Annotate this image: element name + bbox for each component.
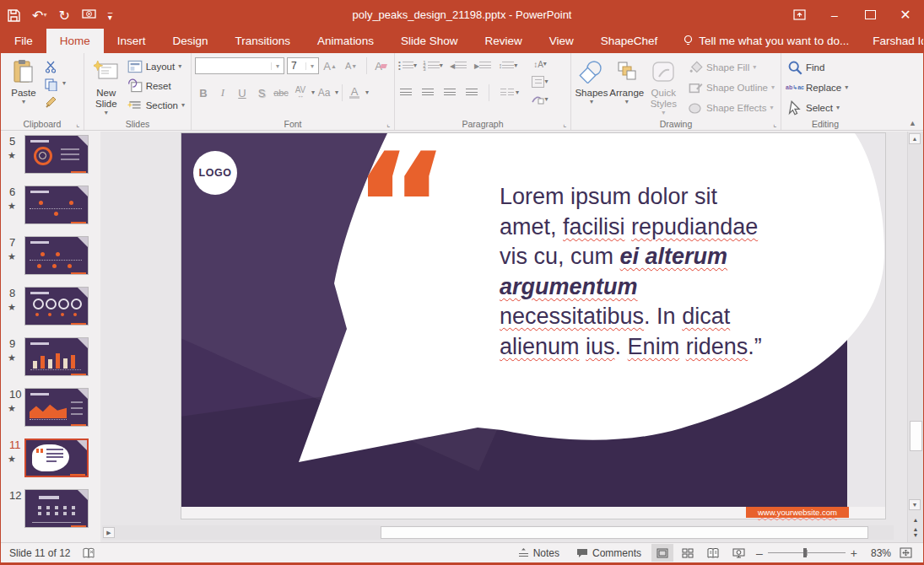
zoom-out-icon[interactable]: – bbox=[756, 546, 763, 560]
user-account[interactable]: Farshad Iqbal bbox=[861, 29, 924, 53]
notes-button[interactable]: Notes bbox=[511, 543, 566, 562]
slide-thumbnail-10[interactable]: 10★ bbox=[4, 388, 97, 428]
arrange-button[interactable]: Arrange▾ bbox=[608, 56, 646, 118]
convert-smartart-icon[interactable]: ▾ bbox=[527, 92, 553, 107]
slide-11[interactable]: LOGO “ Lorem ipsum dolor sitamet, facili… bbox=[181, 133, 885, 519]
select-button[interactable]: Select▾ bbox=[785, 99, 866, 117]
reset-button[interactable]: Reset bbox=[125, 77, 187, 95]
website-banner[interactable]: www.yourwebsite.com bbox=[746, 507, 849, 518]
horizontal-scrollbar[interactable]: ◀ ▶ bbox=[102, 525, 894, 540]
replace-button[interactable]: ab↳ac Replace▾ bbox=[785, 78, 866, 97]
tell-me-box[interactable]: Tell me what you want to do... bbox=[671, 29, 861, 53]
grow-font-icon[interactable]: A▲ bbox=[322, 57, 338, 74]
next-slide-button[interactable]: ▼▼ bbox=[910, 530, 921, 541]
qat-customize-icon[interactable]: –▾ bbox=[108, 10, 113, 20]
clipboard-dialog-launcher[interactable]: ⌞ bbox=[73, 120, 82, 128]
slide-counter[interactable]: Slide 11 of 12 bbox=[9, 547, 71, 559]
tab-home[interactable]: Home bbox=[46, 29, 104, 53]
bullets-icon[interactable]: •••▾ bbox=[398, 58, 417, 73]
slide-thumbnail-7[interactable]: 7★ bbox=[4, 236, 97, 277]
cut-icon[interactable] bbox=[43, 59, 58, 74]
bold-button[interactable]: B bbox=[195, 84, 212, 101]
shrink-font-icon[interactable]: A▼ bbox=[343, 57, 359, 74]
tab-transitions[interactable]: Transitions bbox=[222, 29, 305, 53]
new-slide-button[interactable]: New Slide▾ bbox=[88, 56, 125, 118]
scroll-up-icon[interactable]: ▲ bbox=[909, 133, 921, 144]
font-size-combo[interactable]: 7▾ bbox=[287, 57, 319, 74]
vertical-scroll-thumb[interactable] bbox=[910, 421, 922, 451]
logo-badge[interactable]: LOGO bbox=[193, 151, 237, 195]
horizontal-scroll-thumb[interactable] bbox=[381, 526, 868, 539]
font-name-combo[interactable]: ▾ bbox=[195, 57, 284, 74]
text-shadow-button[interactable]: S bbox=[253, 84, 270, 101]
section-button[interactable]: Section▾ bbox=[125, 96, 187, 115]
align-right-icon[interactable] bbox=[442, 85, 457, 100]
numbering-icon[interactable]: 123▾ bbox=[423, 58, 443, 73]
normal-view-button[interactable] bbox=[651, 544, 673, 562]
align-left-icon[interactable] bbox=[398, 85, 413, 100]
shape-outline-button[interactable]: Shape Outline▾ bbox=[685, 78, 777, 97]
comments-button[interactable]: Comments bbox=[570, 543, 648, 562]
italic-button[interactable]: I bbox=[214, 84, 231, 101]
columns-icon[interactable]: ▾ bbox=[499, 85, 521, 100]
underline-button[interactable]: U bbox=[234, 84, 251, 101]
ribbon-display-options-icon[interactable] bbox=[781, 1, 817, 29]
text-direction-icon[interactable]: ↕A▾ bbox=[527, 56, 553, 72]
zoom-level[interactable]: 83% bbox=[864, 547, 891, 559]
vertical-scrollbar[interactable]: ▲ ▼ ▲▲ ▼▼ bbox=[907, 132, 923, 545]
close-button[interactable]: ✕ bbox=[888, 1, 923, 29]
increase-indent-icon[interactable]: ▶ bbox=[473, 58, 492, 73]
quick-styles-button[interactable]: Quick Styles▾ bbox=[646, 56, 683, 118]
slideshow-view-button[interactable] bbox=[727, 544, 749, 562]
slide-thumbnail-9[interactable]: 9★ bbox=[4, 337, 97, 378]
tab-slide-show[interactable]: Slide Show bbox=[387, 29, 472, 53]
format-painter-icon[interactable] bbox=[43, 94, 58, 110]
zoom-in-icon[interactable]: + bbox=[851, 546, 857, 560]
tab-animations[interactable]: Animations bbox=[304, 29, 387, 53]
align-center-icon[interactable] bbox=[420, 85, 435, 100]
slide-thumbnail-8[interactable]: 8★ bbox=[4, 287, 97, 327]
redo-icon[interactable]: ↻ bbox=[58, 8, 69, 24]
paragraph-dialog-launcher[interactable]: ⌞ bbox=[560, 120, 569, 128]
font-dialog-launcher[interactable]: ⌞ bbox=[384, 120, 392, 128]
slide-thumbnail-6[interactable]: 6★ bbox=[4, 186, 97, 226]
maximize-button[interactable] bbox=[852, 1, 888, 29]
quote-mark[interactable]: “ bbox=[353, 157, 450, 258]
character-spacing-button[interactable]: AV↔ bbox=[292, 84, 309, 101]
tab-insert[interactable]: Insert bbox=[104, 29, 159, 53]
undo-icon[interactable]: ↶▾ bbox=[32, 8, 46, 24]
tab-design[interactable]: Design bbox=[159, 29, 222, 53]
find-button[interactable]: Find bbox=[785, 58, 866, 77]
quote-text[interactable]: Lorem ipsum dolor sitamet, facilisi repu… bbox=[500, 182, 803, 362]
line-spacing-icon[interactable]: ↕▾ bbox=[498, 58, 518, 73]
tab-view[interactable]: View bbox=[536, 29, 587, 53]
strikethrough-button[interactable]: abc bbox=[273, 84, 289, 101]
drawing-dialog-launcher[interactable]: ⌞ bbox=[770, 120, 779, 128]
scroll-right-icon[interactable]: ▶ bbox=[103, 527, 115, 538]
change-case-button[interactable]: Aa bbox=[316, 84, 332, 101]
align-text-icon[interactable]: ▾ bbox=[527, 74, 553, 89]
slide-sorter-view-button[interactable] bbox=[677, 544, 699, 562]
clear-formatting-icon[interactable]: A bbox=[372, 57, 389, 74]
fit-to-window-icon[interactable] bbox=[894, 544, 916, 562]
tab-review[interactable]: Review bbox=[471, 29, 535, 53]
shape-effects-button[interactable]: Shape Effects▾ bbox=[685, 99, 777, 117]
minimize-button[interactable]: – bbox=[817, 1, 852, 29]
slide-thumbnail-12[interactable]: 12 bbox=[4, 489, 97, 530]
save-icon[interactable] bbox=[8, 9, 20, 22]
previous-slide-button[interactable]: ▲▲ bbox=[910, 515, 921, 525]
font-color-button[interactable]: A bbox=[346, 84, 363, 101]
layout-button[interactable]: Layout▾ bbox=[125, 57, 187, 76]
start-slideshow-icon[interactable] bbox=[82, 9, 96, 21]
reading-view-button[interactable] bbox=[702, 544, 724, 562]
slide-thumbnail-11[interactable]: 11★ bbox=[4, 439, 97, 479]
shapes-button[interactable]: Shapes▾ bbox=[575, 56, 608, 118]
paste-button[interactable]: Paste▾ bbox=[4, 56, 43, 118]
shape-fill-button[interactable]: Shape Fill▾ bbox=[685, 58, 777, 77]
tab-shapechef[interactable]: ShapeChef bbox=[587, 29, 672, 53]
scroll-down-icon[interactable]: ▼ bbox=[909, 499, 921, 510]
spell-check-icon[interactable] bbox=[83, 547, 95, 559]
zoom-slider-thumb[interactable] bbox=[803, 548, 807, 557]
collapse-ribbon-icon[interactable]: ▲ bbox=[909, 119, 916, 127]
justify-icon[interactable] bbox=[464, 85, 479, 100]
